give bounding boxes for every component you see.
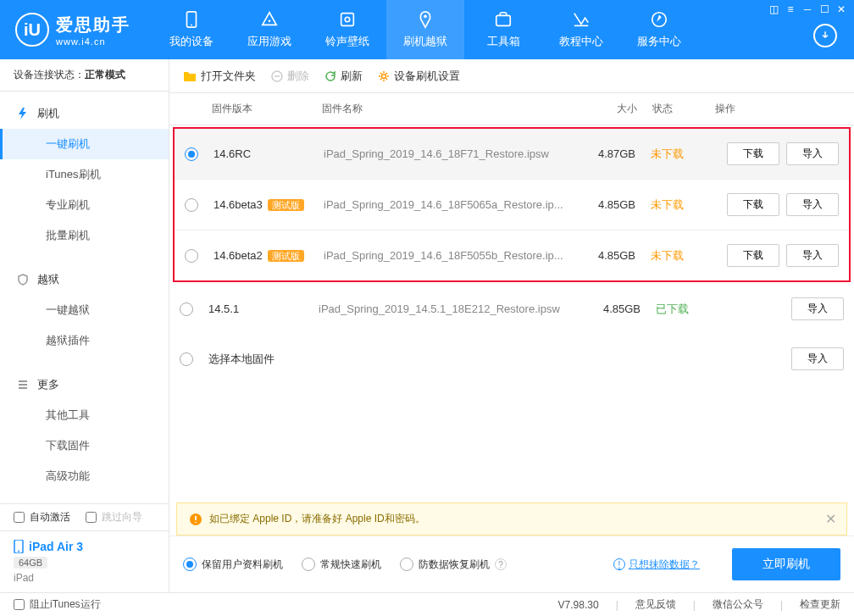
flash-radio-1[interactable]	[302, 558, 315, 571]
download-button[interactable]: 下载	[727, 142, 779, 165]
row-filename: iPad_Spring_2019_14.6_18F5065a_Restore.i…	[324, 198, 576, 211]
auto-activate-label: 自动激活	[30, 510, 70, 524]
help-icon[interactable]: ?	[495, 558, 507, 570]
skip-guide-checkbox[interactable]	[86, 512, 97, 523]
svg-point-5	[424, 15, 427, 19]
logo[interactable]: iU 爱思助手 www.i4.cn	[15, 13, 130, 47]
side-item-2-1[interactable]: 下载固件	[0, 430, 169, 461]
row-version: 14.6beta2测试版	[214, 249, 324, 263]
import-button[interactable]: 导入	[791, 297, 844, 320]
download-circle-button[interactable]	[813, 24, 837, 47]
connection-status: 设备连接状态：正常模式	[0, 59, 169, 92]
firmware-row[interactable]: 14.6beta2测试版iPad_Spring_2019_14.6_18F505…	[175, 230, 849, 280]
import-button[interactable]: 导入	[786, 244, 839, 267]
tshirt-icon[interactable]: ◫	[766, 3, 781, 15]
nav-label: 我的设备	[169, 34, 214, 49]
import-local-button[interactable]: 导入	[791, 347, 844, 370]
row-radio[interactable]	[185, 198, 198, 212]
flash-option-2[interactable]: 防数据恢复刷机 ?	[400, 558, 507, 572]
download-button[interactable]: 下载	[727, 193, 779, 216]
svg-rect-6	[496, 15, 511, 25]
device-info[interactable]: iPad Air 3 64GB iPad	[0, 530, 169, 592]
side-item-0-0[interactable]: 一键刷机	[0, 129, 169, 159]
nav-icon-4	[494, 10, 513, 29]
row-radio[interactable]	[185, 249, 198, 263]
side-title-2[interactable]: 更多	[0, 369, 169, 400]
nav-icon-5	[572, 10, 591, 29]
nav-item-1[interactable]: 应用游戏	[230, 0, 308, 59]
row-radio[interactable]	[185, 147, 198, 161]
delete-icon	[271, 70, 283, 82]
nav-item-0[interactable]: 我的设备	[152, 0, 230, 59]
row-size: 4.85GB	[576, 198, 635, 211]
check-update-link[interactable]: 检查更新	[800, 597, 840, 612]
side-item-1-1[interactable]: 越狱插件	[0, 325, 169, 356]
firmware-row[interactable]: 14.6beta3测试版iPad_Spring_2019_14.6_18F506…	[175, 180, 849, 230]
radio-local[interactable]	[180, 352, 193, 366]
side-item-0-2[interactable]: 专业刷机	[0, 190, 169, 220]
svg-point-2	[269, 19, 271, 22]
flash-radio-2[interactable]	[400, 558, 413, 571]
nav-label: 服务中心	[637, 34, 681, 49]
highlighted-rows: 14.6RCiPad_Spring_2019_14.6_18F71_Restor…	[173, 127, 851, 282]
nav-item-2[interactable]: 铃声壁纸	[308, 0, 386, 59]
settings-button[interactable]: 设备刷机设置	[378, 69, 460, 84]
side-item-0-1[interactable]: iTunes刷机	[0, 159, 169, 190]
flash-option-0[interactable]: 保留用户资料刷机	[183, 558, 283, 572]
feedback-link[interactable]: 意见反馈	[635, 597, 676, 612]
side-item-2-0[interactable]: 其他工具	[0, 400, 169, 430]
side-title-1[interactable]: 越狱	[0, 264, 169, 295]
phone-icon	[14, 540, 24, 553]
nav-item-6[interactable]: 服务中心	[620, 0, 698, 59]
content: 打开文件夹 删除 刷新 设备刷机设置 固件版本 固件名称 大小 状态 操作 14…	[169, 59, 854, 592]
side-item-2-2[interactable]: 高级功能	[0, 461, 169, 491]
wechat-link[interactable]: 微信公众号	[713, 597, 763, 612]
notice-close-button[interactable]: ✕	[825, 511, 836, 527]
apple-id-notice: 如已绑定 Apple ID，请准备好 Apple ID和密码。 ✕	[176, 502, 847, 536]
import-button[interactable]: 导入	[786, 193, 839, 216]
row-version: 14.6beta3测试版	[214, 198, 324, 212]
row-radio[interactable]	[180, 302, 193, 316]
delete-button[interactable]: 删除	[271, 69, 309, 84]
col-version: 固件版本	[212, 102, 322, 116]
auto-activate-checkbox[interactable]	[14, 512, 25, 523]
open-folder-label: 打开文件夹	[201, 69, 256, 84]
refresh-label: 刷新	[341, 69, 363, 84]
nav-item-5[interactable]: 教程中心	[542, 0, 620, 59]
nav-item-3[interactable]: 刷机越狱	[386, 0, 464, 59]
row-filename: iPad_Spring_2019_14.6_18F71_Restore.ipsw	[324, 147, 576, 160]
brand-name: 爱思助手	[56, 14, 130, 36]
flash-option-1[interactable]: 常规快速刷机	[302, 558, 381, 572]
close-icon[interactable]: ✕	[834, 3, 849, 15]
download-button[interactable]: 下载	[727, 244, 779, 267]
nav-icon-1	[260, 10, 279, 29]
flash-now-button[interactable]: 立即刷机	[732, 548, 840, 580]
local-firmware-row[interactable]: 选择本地固件 导入	[169, 334, 854, 384]
open-folder-button[interactable]: 打开文件夹	[183, 69, 256, 84]
menu-icon	[17, 379, 29, 391]
erase-data-link[interactable]: !只想抹除数据？	[613, 558, 700, 572]
import-button[interactable]: 导入	[786, 142, 839, 165]
refresh-button[interactable]: 刷新	[324, 69, 363, 84]
row-size: 4.85GB	[576, 249, 635, 262]
row-status: 未下载	[635, 197, 703, 213]
menu-icon[interactable]: ≡	[783, 3, 798, 15]
nav-item-4[interactable]: 工具箱	[464, 0, 542, 59]
col-name: 固件名称	[322, 102, 578, 116]
row-ops: 下载导入	[703, 142, 839, 165]
maximize-icon[interactable]: ☐	[817, 3, 832, 15]
side-item-0-3[interactable]: 批量刷机	[0, 220, 169, 251]
firmware-row[interactable]: 14.6RCiPad_Spring_2019_14.6_18F71_Restor…	[175, 129, 849, 180]
row-filename: iPad_Spring_2019_14.5.1_18E212_Restore.i…	[319, 302, 581, 315]
table-header: 固件版本 固件名称 大小 状态 操作	[169, 93, 854, 125]
col-size: 大小	[578, 102, 637, 116]
flash-radio-0[interactable]	[183, 558, 197, 571]
notice-text: 如已绑定 Apple ID，请准备好 Apple ID和密码。	[209, 512, 425, 526]
side-item-1-0[interactable]: 一键越狱	[0, 295, 169, 325]
minimize-icon[interactable]: ─	[800, 3, 815, 15]
logo-icon: iU	[15, 13, 49, 47]
block-itunes-checkbox[interactable]	[14, 599, 25, 610]
firmware-row[interactable]: 14.5.1iPad_Spring_2019_14.5.1_18E212_Res…	[169, 284, 854, 334]
side-title-0[interactable]: 刷机	[0, 98, 169, 129]
side-title-label: 刷机	[37, 106, 59, 121]
